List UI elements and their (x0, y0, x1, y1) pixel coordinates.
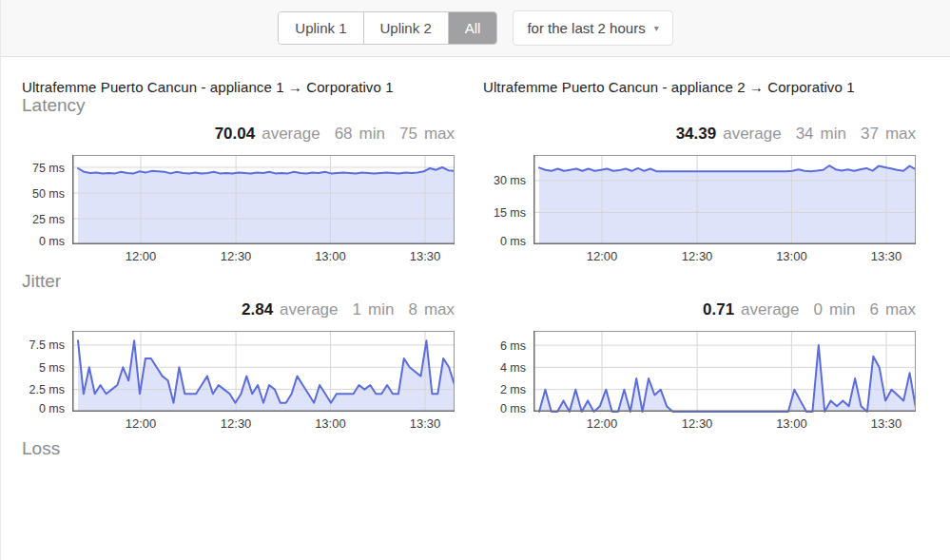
svg-text:12:00: 12:00 (126, 416, 157, 431)
stat-min-value: 1 (353, 299, 361, 319)
svg-text:0 ms: 0 ms (39, 402, 65, 415)
svg-text:15 ms: 15 ms (494, 206, 526, 220)
svg-text:30 ms: 30 ms (494, 174, 526, 187)
stat-max-label: max (424, 124, 455, 144)
chevron-down-icon: ▾ (654, 24, 659, 33)
stat-max-label: max (885, 124, 916, 144)
stat-max-value: 75 (399, 124, 417, 144)
svg-text:13:00: 13:00 (315, 249, 346, 263)
uplink2-button[interactable]: Uplink 2 (363, 12, 448, 44)
stat-min-label: min (359, 124, 385, 144)
stat-min-value: 34 (796, 124, 814, 144)
svg-text:0 ms: 0 ms (39, 235, 65, 248)
stat-average-value: 2.84 (242, 299, 273, 319)
svg-text:7.5 ms: 7.5 ms (29, 338, 65, 352)
stat-min-label: min (368, 299, 394, 319)
stat-min-value: 68 (335, 124, 353, 144)
uplink-button-group: Uplink 1 Uplink 2 All (278, 11, 497, 45)
uplink-all-button[interactable]: All (448, 12, 497, 44)
stat-average-value: 70.04 (215, 124, 256, 144)
svg-text:50 ms: 50 ms (32, 187, 65, 201)
stat-max-value: 37 (861, 124, 879, 144)
jitter-stats-appliance-1: 2.84 average 1 min 8 max (22, 299, 455, 319)
svg-text:12:00: 12:00 (587, 249, 618, 263)
uplink-path-appliance-1: Ultrafemme Puerto Cancun - appliance 1 →… (22, 79, 455, 95)
latency-stats-appliance-2: 34.39 average 34 min 37 max (483, 124, 916, 144)
jitter-charts-row: 2.84 average 1 min 8 max 7.5 ms5 ms2.5 m… (22, 292, 950, 438)
uplink-performance-report: Ultrafemme Puerto Cancun - appliance 1 →… (1, 79, 950, 459)
latency-chart-appliance-1[interactable]: 75 ms50 ms25 ms0 ms12:0012:3013:0013:30 (22, 155, 455, 271)
stat-max-value: 6 (869, 299, 878, 319)
filter-toolbar: Uplink 1 Uplink 2 All for the last 2 hou… (1, 0, 950, 57)
stat-min-label: min (829, 299, 855, 319)
latency-stats-appliance-1: 70.04 average 68 min 75 max (22, 124, 455, 144)
svg-text:75 ms: 75 ms (32, 162, 65, 175)
jitter-chart-appliance-1[interactable]: 7.5 ms5 ms2.5 ms0 ms12:0012:3013:0013:30 (22, 331, 455, 438)
svg-text:13:00: 13:00 (776, 416, 807, 431)
svg-text:2.5 ms: 2.5 ms (29, 383, 65, 396)
stat-max-label: max (424, 299, 455, 319)
svg-text:12:00: 12:00 (126, 249, 157, 263)
jitter-chart-appliance-2[interactable]: 6 ms4 ms2 ms0 ms12:0012:3013:0013:30 (483, 331, 916, 438)
svg-text:13:30: 13:30 (871, 249, 902, 263)
svg-text:4 ms: 4 ms (500, 361, 526, 375)
svg-text:6 ms: 6 ms (500, 339, 526, 353)
svg-text:0 ms: 0 ms (500, 235, 526, 248)
stat-max-value: 8 (408, 299, 417, 319)
stat-average-label: average (741, 299, 799, 319)
stat-min-value: 0 (814, 299, 823, 319)
svg-text:13:30: 13:30 (410, 249, 441, 263)
latency-section-title: Latency (22, 95, 950, 116)
svg-text:2 ms: 2 ms (500, 383, 526, 396)
time-range-label: for the last 2 hours (527, 20, 645, 36)
svg-text:25 ms: 25 ms (32, 213, 65, 226)
svg-text:13:30: 13:30 (871, 416, 902, 431)
stat-min-label: min (821, 124, 846, 144)
latency-charts-row: 70.04 average 68 min 75 max 75 ms50 ms25… (22, 116, 950, 271)
time-range-dropdown[interactable]: for the last 2 hours ▾ (513, 10, 672, 46)
svg-text:12:30: 12:30 (221, 249, 252, 263)
svg-text:13:30: 13:30 (410, 416, 441, 431)
jitter-section-title: Jitter (22, 271, 950, 292)
stat-average-label: average (262, 124, 320, 144)
jitter-card-appliance-1: 2.84 average 1 min 8 max 7.5 ms5 ms2.5 m… (22, 292, 455, 438)
svg-text:13:00: 13:00 (315, 416, 346, 431)
stat-average-value: 0.71 (703, 299, 734, 319)
latency-chart-appliance-2[interactable]: 30 ms15 ms0 ms12:0012:3013:0013:30 (483, 155, 916, 271)
svg-text:12:30: 12:30 (682, 249, 713, 263)
jitter-stats-appliance-2: 0.71 average 0 min 6 max (483, 299, 916, 319)
stat-max-label: max (885, 299, 916, 319)
loss-section-title: Loss (22, 438, 950, 459)
latency-card-appliance-2: 34.39 average 34 min 37 max 30 ms15 ms0 … (483, 116, 916, 271)
svg-text:12:30: 12:30 (682, 416, 713, 431)
uplink-path-appliance-2: Ultrafemme Puerto Cancun - appliance 2 →… (483, 79, 916, 95)
uplink1-button[interactable]: Uplink 1 (279, 12, 362, 44)
stat-average-label: average (723, 124, 781, 144)
svg-text:0 ms: 0 ms (500, 402, 526, 415)
latency-card-appliance-1: 70.04 average 68 min 75 max 75 ms50 ms25… (22, 116, 455, 271)
stat-average-value: 34.39 (676, 124, 717, 144)
stat-average-label: average (280, 299, 338, 319)
path-header-row: Ultrafemme Puerto Cancun - appliance 1 →… (22, 79, 950, 95)
jitter-card-appliance-2: 0.71 average 0 min 6 max 6 ms4 ms2 ms0 m… (483, 292, 916, 438)
svg-text:12:30: 12:30 (221, 416, 252, 431)
svg-text:12:00: 12:00 (587, 416, 618, 431)
svg-text:13:00: 13:00 (776, 249, 807, 263)
svg-text:5 ms: 5 ms (39, 361, 65, 375)
